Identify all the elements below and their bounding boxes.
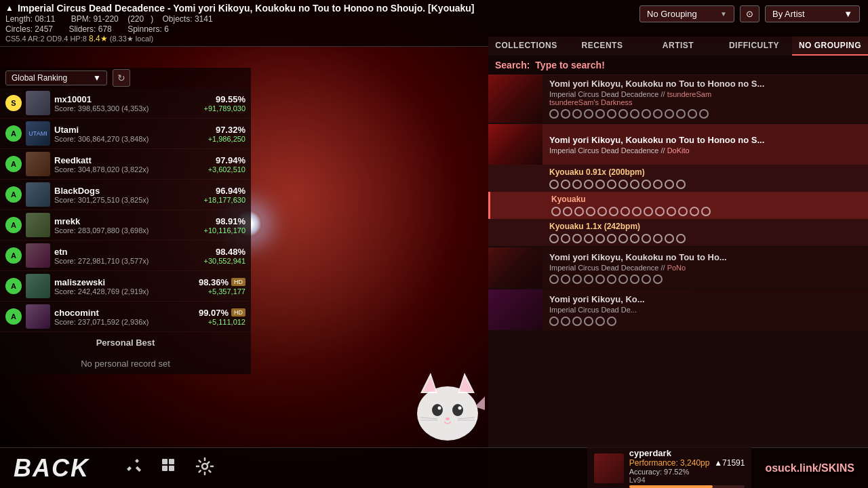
diff-item-1[interactable]: Kyouaku 0.91x (200bpm) xyxy=(488,165,868,192)
player-name-2: Utami xyxy=(54,125,208,135)
diff-dots-1 xyxy=(549,109,861,119)
now-playing: cyperdark Performance: 3,240pp ▲71591 Ac… xyxy=(587,445,752,488)
song-list-item-1[interactable]: Yomi yori Kikoyu, Koukoku no Tou to Hono… xyxy=(488,75,868,123)
expanded-header-2: Yomi yori Kikoyu, Koukoku no Tou to Hono… xyxy=(488,124,868,165)
song-meta2: Circles: 2457 Sliders: 678 Spinners: 6 xyxy=(5,24,475,34)
avatar-7 xyxy=(26,274,50,298)
score-pct-1: 99.55% xyxy=(204,94,245,104)
sort-dropdown[interactable]: By Artist ▼ xyxy=(765,5,860,22)
song-info-3: Yomi yori Kikoyu, Koukoku no Tou to Ho..… xyxy=(542,247,868,288)
svg-rect-17 xyxy=(169,459,174,464)
svg-point-20 xyxy=(202,464,208,469)
np-accuracy: Accuracy: 97.52% xyxy=(629,468,745,476)
song-title: Imperial Circus Dead Decadence - Yomi yo… xyxy=(18,3,475,14)
settings-icon[interactable] xyxy=(195,457,214,480)
song-length-label: Length: 08:11 xyxy=(5,14,62,24)
diff-dots-4 xyxy=(549,317,861,326)
sliders-label: Sliders: 678 xyxy=(68,24,118,34)
rank-grade-3: A xyxy=(5,156,22,172)
spinners-label: Spinners: 6 xyxy=(127,24,176,34)
score-pct-3: 97.94% xyxy=(208,155,245,165)
song-list-item-4[interactable]: Yomi yori Kikoyu, Ko... Imperial Circus … xyxy=(488,289,868,330)
diff-item-2-active[interactable]: Kyouaku xyxy=(488,192,868,219)
np-bar-fill xyxy=(629,485,713,488)
np-pp: Performance: 3,240pp ▲71591 xyxy=(629,458,745,468)
avatar-3 xyxy=(26,152,50,176)
np-level: Lv94 xyxy=(629,476,745,484)
song-thumb-1 xyxy=(488,75,542,123)
now-playing-thumb xyxy=(594,453,624,483)
song-title-3: Yomi yori Kikoyu, Koukoku no Tou to Ho..… xyxy=(549,252,861,262)
score-row-8[interactable]: A chocomint Score: 237,071,592 (2,936x) … xyxy=(0,302,251,332)
player-name-5: mrekk xyxy=(54,216,204,226)
tab-no-grouping[interactable]: NO GROUPING xyxy=(792,37,868,56)
tab-collections[interactable]: COLLECTIONS xyxy=(488,37,564,56)
leaderboard-header: Global Ranking ▼ ↻ xyxy=(0,68,251,88)
circles-label: Circles: 2457 xyxy=(5,24,60,34)
song-thumb-img-3 xyxy=(488,247,542,288)
score-pct-8: 99.07% xyxy=(199,308,229,318)
site-link[interactable]: osuck.link/SKINS xyxy=(765,462,854,474)
rank-grade-8: A xyxy=(5,308,22,325)
player-name-7: maliszewski xyxy=(54,277,199,287)
score-row-2[interactable]: A UTAMI Utami Score: 306,864,270 (3,848x… xyxy=(0,119,251,149)
grid-icon[interactable] xyxy=(160,457,179,480)
score-gain-7: +5,357,177 xyxy=(199,287,245,296)
bpm-label: BPM: 91-220 (220) xyxy=(71,14,153,24)
score-row-5[interactable]: A mrekk Score: 283,097,880 (3,698x) 98.9… xyxy=(0,210,251,241)
diff-dots-d2 xyxy=(551,207,861,216)
player-name-3: Reedkatt xyxy=(54,155,208,165)
song-artist-4: Imperial Circus Dead De... xyxy=(549,306,861,314)
song-artist-3: Imperial Circus Dead Decadence // PoNo xyxy=(549,264,861,272)
player-name-6: etn xyxy=(54,247,204,257)
rank-grade-7: A xyxy=(5,278,22,294)
score-detail-7: Score: 242,428,769 (2,919x) xyxy=(54,287,199,296)
score-row-3[interactable]: A Reedkatt Score: 304,878,020 (3,822x) 9… xyxy=(0,149,251,180)
tab-bar: COLLECTIONS RECENTS ARTIST DIFFICULTY NO… xyxy=(488,37,868,56)
tools-icon[interactable] xyxy=(125,457,144,480)
rank-grade-6: A xyxy=(5,247,22,264)
back-button[interactable]: BACK xyxy=(14,454,90,483)
tab-artist[interactable]: ARTIST xyxy=(640,37,716,56)
diff-name-1: Kyouaku 0.91x (200bpm) xyxy=(549,167,861,177)
score-detail-3: Score: 304,878,020 (3,822x) xyxy=(54,165,208,174)
score-gain-4: +18,177,630 xyxy=(204,196,245,204)
grouping-label: No Grouping xyxy=(647,9,697,19)
tab-difficulty[interactable]: DIFFICULTY xyxy=(716,37,792,56)
song-thumb-img-1 xyxy=(488,75,542,123)
np-bar-bg xyxy=(629,485,745,488)
song-thumb-3 xyxy=(488,247,542,288)
player-name-1: mx10001 xyxy=(54,94,204,104)
diff-item-3[interactable]: Kyouaku 1.1x (242bpm) xyxy=(488,219,868,246)
score-pct-5: 98.91% xyxy=(204,216,245,226)
view-toggle-btn[interactable]: ⊙ xyxy=(740,5,760,22)
song-stats: CS5.4 AR:2 OD9.4 HP:8 8.4★ (8.33★ local) xyxy=(5,34,475,43)
refresh-button[interactable]: ↻ xyxy=(113,69,130,87)
song-mapper-tag-1: tsundereSam's Darkness xyxy=(549,98,861,106)
score-row-4[interactable]: A BlackDogs Score: 301,275,510 (3,825x) … xyxy=(0,180,251,210)
song-title-1: Yomi yori Kikoyu, Koukoku no Tou to Hono… xyxy=(549,79,861,89)
rank-grade-5: A xyxy=(5,217,22,233)
score-pct-7: 98.36% xyxy=(199,277,229,287)
tab-recents[interactable]: RECENTS xyxy=(564,37,640,56)
diff-name-2: Kyouaku xyxy=(551,195,861,204)
grouping-dropdown[interactable]: No Grouping ▼ xyxy=(639,5,734,22)
score-detail-1: Score: 398,653,300 (4,353x) xyxy=(54,104,204,113)
song-title-4: Yomi yori Kikoyu, Ko... xyxy=(549,294,861,304)
score-detail-6: Score: 272,981,710 (3,577x) xyxy=(54,257,204,265)
svg-rect-15 xyxy=(136,466,141,471)
objects-label: Objects: 3141 xyxy=(163,14,220,24)
song-list-item-3[interactable]: Yomi yori Kikoyu, Koukoku no Tou to Ho..… xyxy=(488,247,868,288)
svg-rect-16 xyxy=(162,459,167,464)
song-list-item-2[interactable]: Yomi yori Kikoyu, Koukoku no Tou to Hono… xyxy=(488,124,868,246)
avatar-5 xyxy=(26,213,50,237)
refresh-icon: ↻ xyxy=(117,73,125,83)
score-row-1[interactable]: S mx10001 Score: 398,653,300 (4,353x) 99… xyxy=(0,88,251,119)
score-row-6[interactable]: A etn Score: 272,981,710 (3,577x) 98.48%… xyxy=(0,241,251,271)
ranking-type-dropdown[interactable]: Global Ranking ▼ xyxy=(5,70,107,85)
song-thumb-4 xyxy=(488,289,542,330)
leaderboard: Global Ranking ▼ ↻ S mx10001 Score: 398,… xyxy=(0,68,251,374)
song-thumb-2 xyxy=(488,124,542,165)
hd-badge-8: HD xyxy=(231,308,245,317)
score-row-7[interactable]: A maliszewski Score: 242,428,769 (2,919x… xyxy=(0,271,251,302)
